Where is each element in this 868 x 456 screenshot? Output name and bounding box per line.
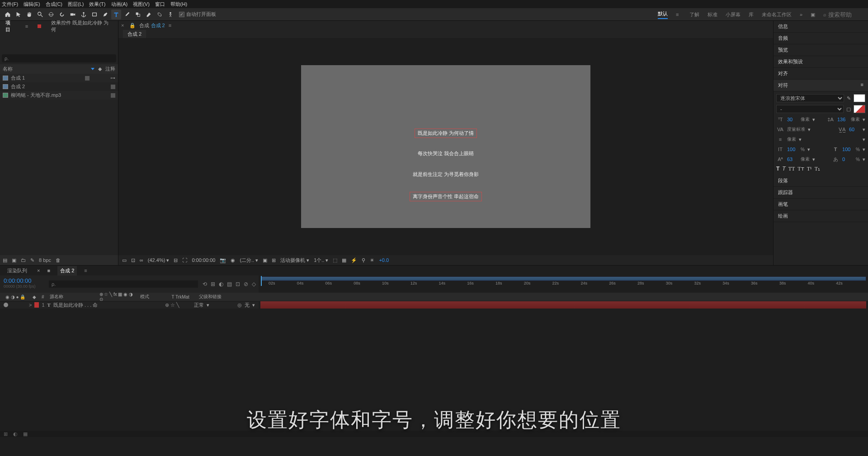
- layer-mode[interactable]: 正常: [194, 302, 204, 309]
- tracking[interactable]: 60: [849, 127, 860, 132]
- tl-snap-icon[interactable]: ⊘: [244, 281, 248, 287]
- tl-graph-icon[interactable]: ⊡: [236, 281, 240, 287]
- col-source[interactable]: 源名称: [47, 294, 97, 300]
- comp-subtab[interactable]: 合成 2: [123, 30, 146, 38]
- vf-alpha-icon[interactable]: ⊡: [131, 257, 135, 263]
- tl-menu-icon[interactable]: ≡: [84, 268, 90, 273]
- nofill-icon[interactable]: ▢: [846, 106, 851, 112]
- italic-btn[interactable]: T: [782, 166, 785, 172]
- tab-project[interactable]: 项目: [3, 18, 18, 35]
- project-search[interactable]: [2, 54, 116, 62]
- project-item[interactable]: 合成 1 ⊶: [0, 74, 118, 82]
- resolution-control[interactable]: (二分..▾: [240, 257, 258, 264]
- time-ruler[interactable]: 02s04s06s08s10s12s14s16s18s20s22s24s26s2…: [259, 276, 868, 293]
- leading[interactable]: 136: [837, 117, 848, 122]
- hand-tool[interactable]: [24, 10, 34, 19]
- vf-full-icon[interactable]: ⛶: [182, 257, 187, 263]
- vf-grid-icon[interactable]: ⊞: [272, 257, 276, 263]
- layer-label-icon[interactable]: [34, 302, 39, 308]
- vf-exposure[interactable]: +0.0: [379, 257, 389, 263]
- clone-tool[interactable]: [133, 10, 143, 19]
- kern-mode[interactable]: 度量标准: [787, 126, 805, 133]
- layer-duration-bar[interactable]: [260, 301, 866, 309]
- menu-edit[interactable]: 编辑(E): [24, 1, 40, 8]
- col-mode[interactable]: 模式: [137, 294, 169, 300]
- lyric-line-4[interactable]: 离字身份声音个性 串起这宿命: [410, 192, 482, 201]
- lyric-line-3[interactable]: 就是前生注定 为寻觅着你身影: [413, 171, 479, 178]
- menu-window[interactable]: 窗口: [155, 1, 165, 8]
- baseline[interactable]: 63: [787, 157, 798, 162]
- zoom-tool[interactable]: [35, 10, 45, 19]
- caps-btn[interactable]: TT: [788, 166, 795, 172]
- help-search-input[interactable]: [828, 11, 864, 18]
- tab-fx-controls[interactable]: 效果控件 既是如此冷静 为何: [48, 18, 115, 35]
- dropdown-icon[interactable]: ▾: [863, 127, 865, 133]
- new-folder-icon[interactable]: 🗀: [21, 257, 26, 263]
- ws-learn[interactable]: 了解: [689, 11, 699, 18]
- vf-fast-icon[interactable]: ⚡: [351, 257, 357, 263]
- roto-tool[interactable]: [155, 10, 165, 19]
- vf-roi-icon[interactable]: ▣: [263, 257, 267, 263]
- ws-more-icon[interactable]: »: [800, 12, 802, 17]
- hscale[interactable]: 100: [842, 147, 853, 152]
- layer-row[interactable]: > 1 T 既是如此冷静 . . . 命 ⊕ ☆ ╲ 正常 ▾ ◎ 无 ▾: [0, 301, 868, 309]
- dropdown-icon[interactable]: ▾: [808, 127, 811, 133]
- views-control[interactable]: 1个..▾: [314, 257, 328, 264]
- panel-info[interactable]: 信息: [774, 21, 868, 33]
- tlf-zoom-icon[interactable]: ◐: [13, 431, 18, 437]
- eraser-tool[interactable]: [144, 10, 154, 19]
- panel-audio[interactable]: 音频: [774, 33, 868, 44]
- auto-open-check[interactable]: 自动打开面板: [179, 11, 216, 18]
- smallcaps-btn[interactable]: Tᴛ: [797, 166, 804, 172]
- dropdown-icon[interactable]: ▾: [807, 147, 810, 152]
- mode-dropdown-icon[interactable]: ▾: [207, 302, 209, 308]
- viewer-area[interactable]: 既是如此冷静 为何动了情 每次快哭泣 我会合上眼睛 就是前生注定 为寻觅着你身影…: [118, 38, 773, 255]
- project-item[interactable]: 柳鸿铭 - 天地不容.mp3: [0, 91, 118, 100]
- zoom-control[interactable]: (42.4%)▾: [148, 257, 170, 263]
- panel-paint[interactable]: 绘画: [774, 210, 868, 222]
- eyedropper-icon[interactable]: ✎: [847, 95, 851, 101]
- layer-switches[interactable]: ⊕ ☆ ╲: [165, 302, 179, 308]
- puppet-tool[interactable]: [165, 10, 175, 19]
- vf-snapshot-icon[interactable]: 📷: [220, 257, 226, 263]
- comp-canvas[interactable]: 既是如此冷静 为何动了情 每次快哭泣 我会合上眼睛 就是前生注定 为寻觅着你身影…: [301, 65, 590, 228]
- project-item[interactable]: 合成 2: [0, 82, 118, 91]
- menu-file[interactable]: 文件(F): [2, 1, 18, 8]
- panel-effects[interactable]: 效果和预设: [774, 56, 868, 68]
- lock-icon[interactable]: 🔒: [129, 23, 136, 28]
- dropdown-icon[interactable]: ▾: [863, 147, 865, 152]
- ws-standard[interactable]: 标准: [708, 11, 717, 18]
- help-search[interactable]: ⌕: [823, 11, 864, 18]
- col-parent[interactable]: 父级和链接: [196, 294, 224, 300]
- vf-share-icon[interactable]: ⚲: [362, 257, 365, 263]
- brush-tool[interactable]: [122, 10, 132, 19]
- panel-menu-icon[interactable]: ≡: [861, 82, 863, 87]
- tab-menu-icon[interactable]: ≡: [25, 24, 31, 29]
- vf-px-icon[interactable]: ▦: [342, 257, 346, 263]
- tsume[interactable]: 0: [842, 157, 853, 162]
- parent-dropdown-icon[interactable]: ▾: [252, 302, 255, 308]
- font-size[interactable]: 30: [787, 117, 798, 122]
- lyric-line-2[interactable]: 每次快哭泣 我会合上眼睛: [418, 150, 474, 157]
- stroke-swatch[interactable]: [854, 105, 865, 113]
- col-comment[interactable]: 注释: [105, 66, 115, 72]
- ws-lib[interactable]: 库: [749, 11, 754, 18]
- tab-comp-timeline[interactable]: 合成 2: [57, 266, 77, 276]
- tl-draft-icon[interactable]: ⊞: [211, 281, 215, 287]
- ws-default[interactable]: 默认: [658, 10, 668, 19]
- visibility-icon[interactable]: [4, 303, 8, 307]
- bpc-label[interactable]: 8 bpc: [39, 257, 51, 263]
- comp-menu-icon[interactable]: ≡: [169, 23, 174, 28]
- lyric-line-1[interactable]: 既是如此冷静 为何动了情: [415, 128, 477, 138]
- tl-blur-icon[interactable]: ◐: [219, 281, 223, 287]
- vf-res-icon[interactable]: ⊟: [174, 257, 178, 263]
- col-name[interactable]: 名称: [3, 66, 85, 72]
- panel-align[interactable]: 对齐: [774, 68, 868, 80]
- timecode[interactable]: 0:00:00:00 00000 (30.00 fps): [0, 276, 46, 293]
- camera-control[interactable]: 活动摄像机▾: [280, 257, 309, 264]
- project-columns[interactable]: 名称 ◆ 注释: [0, 64, 118, 74]
- vf-time[interactable]: 0:00:00:00: [192, 257, 215, 263]
- parent-pick-icon[interactable]: ◎: [237, 302, 242, 308]
- dropdown-icon[interactable]: ▾: [863, 117, 865, 123]
- expand-icon[interactable]: >: [29, 302, 32, 308]
